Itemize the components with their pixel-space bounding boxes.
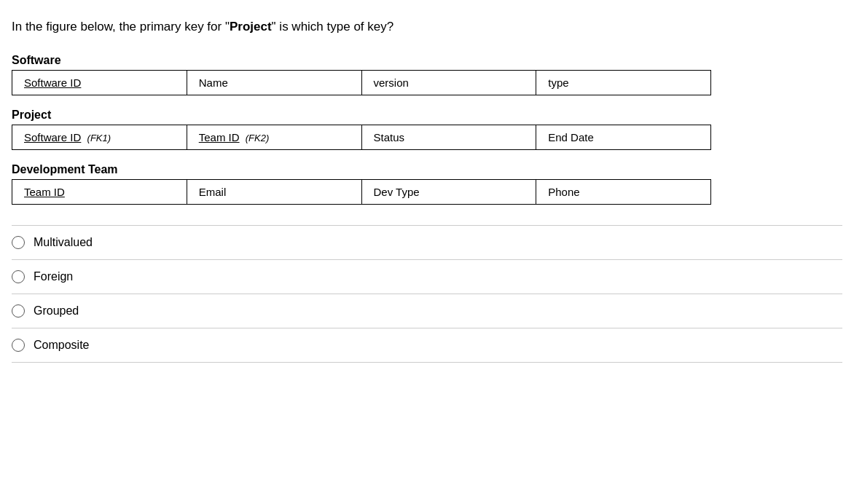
table-cell: version [361,70,536,95]
table-cell: Software ID (FK1) [12,125,187,149]
option-label-multivalued: Multivalued [34,236,93,249]
table-row: Team ID Email Dev Type Phone [12,179,711,204]
table-cell: Dev Type [361,179,536,204]
radio-multivalued[interactable] [12,236,25,249]
diagram-section: Software Software ID Name version type P… [12,54,842,205]
table-cell: Software ID [12,70,187,95]
pk-field: Software ID [24,76,81,89]
entity-label-project: Project [12,109,842,122]
table-cell: Phone [536,179,711,204]
table-row: Software ID Name version type [12,70,711,95]
table-cell: Name [187,70,361,95]
option-label-grouped: Grouped [34,304,79,318]
fk-label: (FK2) [246,133,270,143]
table-cell: Email [187,179,361,204]
options-section: Multivalued Foreign Grouped Composite [12,225,842,363]
table-cell: Status [361,125,536,149]
table-cell: Team ID (FK2) [187,125,361,149]
question-bold: Project [230,20,272,34]
entity-label-software: Software [12,54,842,67]
question-text: In the figure below, the primary key for… [12,17,842,36]
entity-table-project: Software ID (FK1) Team ID (FK2) Status E… [12,125,711,150]
radio-grouped[interactable] [12,304,25,318]
option-label-foreign: Foreign [34,270,73,283]
table-row: Software ID (FK1) Team ID (FK2) Status E… [12,125,711,149]
option-row-multivalued[interactable]: Multivalued [12,225,842,260]
radio-foreign[interactable] [12,270,25,283]
entity-label-devteam: Development Team [12,163,842,176]
radio-composite[interactable] [12,339,25,352]
pk-field: Team ID [199,131,240,143]
option-row-foreign[interactable]: Foreign [12,260,842,294]
pk-field: Software ID [24,131,81,143]
pk-field: Team ID [24,186,65,198]
entity-table-devteam: Team ID Email Dev Type Phone [12,179,711,205]
table-cell: type [536,70,711,95]
fk-label: (FK1) [87,133,111,143]
table-cell: Team ID [12,179,187,204]
option-row-grouped[interactable]: Grouped [12,294,842,328]
entity-table-software: Software ID Name version type [12,70,711,95]
table-cell: End Date [536,125,711,149]
option-row-composite[interactable]: Composite [12,328,842,363]
option-label-composite: Composite [34,339,89,352]
